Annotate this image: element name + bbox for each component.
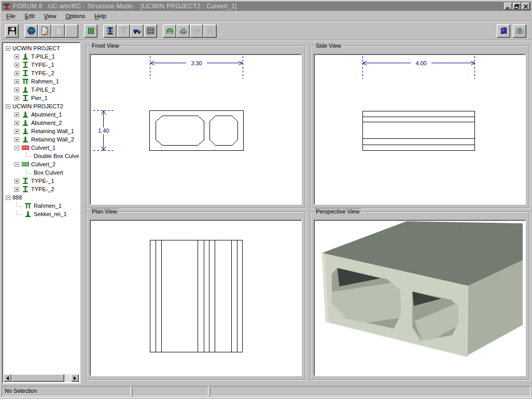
tree-expand-toggle[interactable]: + <box>15 63 19 67</box>
tree-collapse-toggle[interactable]: − <box>6 104 10 109</box>
tree-expand-toggle[interactable]: + <box>15 129 19 134</box>
t-pile-button <box>117 24 130 38</box>
tree-expand-toggle[interactable]: + <box>15 54 19 59</box>
abutment-icon <box>21 86 30 94</box>
tree-item[interactable]: −Culvert_2 <box>4 160 79 168</box>
front-height-dimension: 1.40 <box>98 127 109 134</box>
tree-expand-toggle[interactable]: + <box>15 112 19 117</box>
vehicle-load-icon <box>133 26 142 35</box>
tree-collapse-toggle[interactable]: − <box>15 162 19 167</box>
world-icon <box>27 26 36 35</box>
scroll-left-button[interactable] <box>4 374 11 382</box>
tree-item[interactable]: +TYPE-_2 <box>4 69 79 77</box>
tree-item[interactable]: Double Box Culvert <box>4 152 79 160</box>
restore-icon <box>514 4 520 9</box>
tree-item[interactable]: +T-PILE_2 <box>4 86 79 94</box>
tree-expand-toggle[interactable]: + <box>15 96 19 101</box>
frame-structure-icon <box>165 26 174 35</box>
right-arrow-icon <box>74 376 76 380</box>
scrollbar-track[interactable] <box>64 374 71 382</box>
tree-item[interactable]: −UCWIN PROJECT2 <box>4 102 79 110</box>
tree-item[interactable]: +Pier_1 <box>4 94 79 102</box>
tree-expand-toggle[interactable]: + <box>15 179 19 183</box>
help-book-button[interactable] <box>497 24 510 38</box>
tree-expand-toggle[interactable]: + <box>15 79 19 84</box>
load-diagram-button[interactable] <box>176 24 190 38</box>
close-button[interactable] <box>522 3 530 10</box>
tree-expand-toggle[interactable]: + <box>15 121 19 125</box>
tree-item-label: Culvert_2 <box>31 161 55 167</box>
menu-help[interactable]: Help <box>90 12 111 20</box>
tree-expand-toggle[interactable]: + <box>15 88 19 92</box>
tree-item[interactable]: +Retaining Wall_2 <box>4 135 79 144</box>
status-selection-panel: No Selection <box>2 386 131 396</box>
edit-document-icon <box>40 26 49 35</box>
frame-structure-button[interactable] <box>163 24 176 38</box>
menu-file[interactable]: File <box>2 12 20 20</box>
tree-collapse-toggle[interactable]: − <box>15 146 19 150</box>
scroll-right-button[interactable] <box>71 374 79 382</box>
tree-item-label: TYPE-_2 <box>31 186 54 192</box>
tree-item[interactable]: Rahmen_1 <box>4 202 79 210</box>
culvert-green-icon <box>21 160 30 168</box>
status-panel-2 <box>132 386 208 396</box>
side-view-canvas[interactable]: 4.00 <box>314 54 526 205</box>
tree-item-label: Rahmen_1 <box>31 78 59 84</box>
snapshot-camera-button[interactable] <box>513 24 526 38</box>
tree-item-label: Culvert_1 <box>31 145 55 151</box>
tree-item[interactable]: +Abutment_2 <box>4 119 79 127</box>
vehicle-load-button[interactable] <box>130 24 144 38</box>
tree-item[interactable]: −888 <box>4 193 79 202</box>
restore-button[interactable] <box>513 3 521 10</box>
tree-expand-toggle[interactable]: + <box>15 137 19 142</box>
edit-document-button[interactable] <box>38 24 51 38</box>
ibeam-icon <box>21 69 30 77</box>
tree-item[interactable]: −UCWIN PROJECT <box>4 44 79 52</box>
tree-collapse-toggle[interactable]: − <box>6 195 10 200</box>
tree-expand-toggle[interactable]: + <box>15 71 19 76</box>
tree-item[interactable]: +TYPE-_2 <box>4 185 79 193</box>
grid-table-button[interactable] <box>144 24 157 38</box>
tree-item-label: Abutment_2 <box>31 120 62 126</box>
tree-item[interactable]: +Abutment_1 <box>4 110 79 119</box>
tree-item-label: Retaining Wall_1 <box>31 128 74 134</box>
tree-expand-toggle[interactable]: + <box>15 187 19 192</box>
project-tree-panel: −UCWIN PROJECT+T-PILE_1+TYPE-_1+TYPE-_2+… <box>2 42 80 383</box>
plan-view-label: Plan View <box>90 208 119 215</box>
scrollbar-thumb[interactable] <box>11 374 64 382</box>
tree-item-label: T-PILE_2 <box>31 87 55 93</box>
tree-item[interactable]: Box Culvert <box>4 168 79 177</box>
window-title: FORUM 8 UC-win/RC - Structure Mode. [UCW… <box>13 3 503 10</box>
abutment-icon <box>21 119 30 127</box>
menu-view[interactable]: View <box>39 12 61 20</box>
tree-item[interactable]: +Rahmen_1 <box>4 77 79 86</box>
tree-item[interactable]: −Culvert_1 <box>4 144 79 152</box>
i-beam-button[interactable] <box>103 24 117 38</box>
menu-options[interactable]: Options <box>61 12 90 20</box>
tree-horizontal-scrollbar[interactable] <box>4 374 79 382</box>
abutment-icon <box>24 210 32 218</box>
menu-edit[interactable]: Edit <box>20 12 39 20</box>
minimize-button[interactable] <box>504 3 512 10</box>
column-lift-button <box>203 24 217 38</box>
tree-item-label: 888 <box>12 194 22 201</box>
culvert-cross-section-drawing <box>150 110 243 150</box>
tree-item-label: UCWIN PROJECT2 <box>12 103 63 109</box>
save-button[interactable] <box>5 24 19 38</box>
tree-item[interactable]: +TYPE-_1 <box>4 61 79 69</box>
tree-item[interactable]: Sekkei_rei_1 <box>4 210 79 218</box>
pier-columns-button[interactable] <box>84 24 97 38</box>
side-length-dimension: 4.00 <box>415 60 426 66</box>
tree-item[interactable]: +TYPE-_1 <box>4 177 79 185</box>
column-lift-icon <box>206 26 215 35</box>
tree-item[interactable]: +Retaining Wall_1 <box>4 127 79 135</box>
front-view-canvas[interactable]: 3.30 1.40 <box>90 54 302 205</box>
tree-item-label: TYPE-_1 <box>31 178 54 184</box>
world-button[interactable] <box>24 24 38 38</box>
help-book-icon <box>499 26 508 35</box>
plan-view-canvas[interactable] <box>90 220 302 376</box>
tree-collapse-toggle[interactable]: − <box>6 46 10 51</box>
close-icon <box>523 4 528 9</box>
perspective-view-canvas[interactable] <box>314 220 526 376</box>
tree-item[interactable]: +T-PILE_1 <box>4 52 79 61</box>
